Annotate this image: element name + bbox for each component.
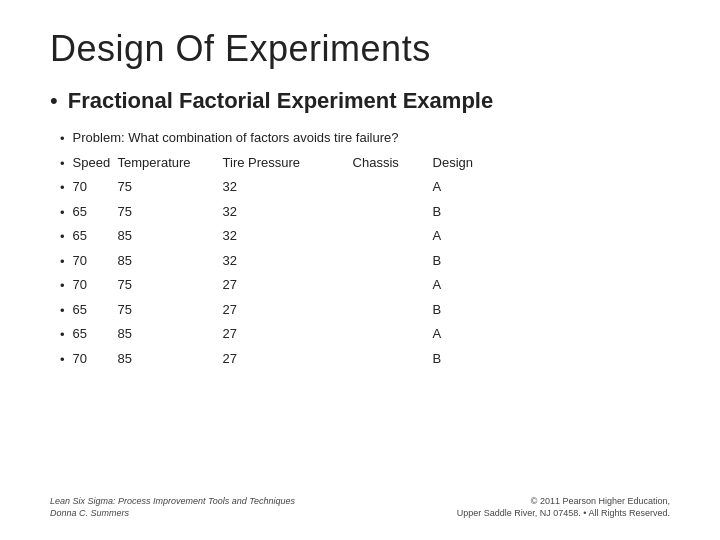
col-header-design: Design [433, 153, 493, 173]
cell-chassis [353, 324, 433, 344]
row-content: 65 85 32 A [73, 226, 493, 246]
subtitle-bullet: • [50, 90, 58, 112]
cell-chassis [353, 202, 433, 222]
row-bullet: • [60, 227, 65, 247]
cell-design: A [433, 226, 493, 246]
header-bullet: • [60, 154, 65, 174]
content-area: • Problem: What combination of factors a… [50, 128, 670, 487]
col-header-speed: Speed [73, 153, 118, 173]
cell-design: B [433, 300, 493, 320]
col-header-chassis: Chassis [353, 153, 433, 173]
row-content: 65 75 32 B [73, 202, 493, 222]
cell-design: A [433, 324, 493, 344]
cell-temp: 75 [118, 300, 223, 320]
cell-temp: 85 [118, 324, 223, 344]
cell-chassis [353, 349, 433, 369]
cell-tire: 32 [223, 251, 353, 271]
footer-right: © 2011 Pearson Higher Education, Upper S… [457, 495, 670, 520]
row-content: 70 75 27 A [73, 275, 493, 295]
cell-temp: 85 [118, 251, 223, 271]
cell-speed: 70 [73, 349, 118, 369]
cell-tire: 32 [223, 226, 353, 246]
row-bullet: • [60, 252, 65, 272]
row-bullet: • [60, 350, 65, 370]
row-bullet: • [60, 325, 65, 345]
table-row: • 65 75 27 B [60, 300, 670, 321]
cell-tire: 27 [223, 275, 353, 295]
problem-bullet: • [60, 129, 65, 149]
cell-design: A [433, 275, 493, 295]
row-content: 70 85 32 B [73, 251, 493, 271]
cell-design: B [433, 251, 493, 271]
cell-chassis [353, 251, 433, 271]
cell-temp: 85 [118, 349, 223, 369]
row-content: 65 75 27 B [73, 300, 493, 320]
col-header-tire-pressure: Tire Pressure [223, 153, 353, 173]
row-bullet: • [60, 203, 65, 223]
cell-tire: 27 [223, 324, 353, 344]
page-title: Design Of Experiments [50, 28, 670, 70]
table-row: • 70 85 32 B [60, 251, 670, 272]
row-content: 65 85 27 A [73, 324, 493, 344]
table-row: • 70 75 32 A [60, 177, 670, 198]
footer-left: Lean Six Sigma: Process Improvement Tool… [50, 495, 295, 520]
cell-speed: 65 [73, 324, 118, 344]
cell-speed: 65 [73, 202, 118, 222]
cell-tire: 32 [223, 177, 353, 197]
cell-tire: 27 [223, 300, 353, 320]
cell-temp: 85 [118, 226, 223, 246]
table-row: • 65 85 27 A [60, 324, 670, 345]
table-row: • 65 75 32 B [60, 202, 670, 223]
footer-right-line1: © 2011 Pearson Higher Education, [457, 495, 670, 508]
row-bullet: • [60, 301, 65, 321]
cell-temp: 75 [118, 275, 223, 295]
table-row: • 65 85 32 A [60, 226, 670, 247]
problem-item: • Problem: What combination of factors a… [60, 128, 670, 149]
cell-tire: 27 [223, 349, 353, 369]
cell-chassis [353, 226, 433, 246]
problem-text: Problem: What combination of factors avo… [73, 128, 399, 148]
footer: Lean Six Sigma: Process Improvement Tool… [50, 487, 670, 520]
header-content: Speed Temperature Tire Pressure Chassis … [73, 153, 493, 173]
cell-temp: 75 [118, 177, 223, 197]
cell-design: B [433, 202, 493, 222]
row-content: 70 75 32 A [73, 177, 493, 197]
cell-chassis [353, 300, 433, 320]
cell-tire: 32 [223, 202, 353, 222]
table-row: • 70 85 27 B [60, 349, 670, 370]
cell-chassis [353, 177, 433, 197]
row-content: 70 85 27 B [73, 349, 493, 369]
cell-speed: 70 [73, 275, 118, 295]
page-container: Design Of Experiments • Fractional Facto… [0, 0, 720, 540]
footer-left-line1: Lean Six Sigma: Process Improvement Tool… [50, 495, 295, 508]
subtitle-text: Fractional Factorial Experiment Example [68, 88, 493, 114]
subtitle-row: • Fractional Factorial Experiment Exampl… [50, 88, 670, 114]
cell-design: B [433, 349, 493, 369]
cell-chassis [353, 275, 433, 295]
table-row: • 70 75 27 A [60, 275, 670, 296]
cell-speed: 65 [73, 300, 118, 320]
cell-speed: 70 [73, 177, 118, 197]
row-bullet: • [60, 276, 65, 296]
cell-speed: 65 [73, 226, 118, 246]
col-header-temperature: Temperature [118, 153, 223, 173]
cell-design: A [433, 177, 493, 197]
footer-right-line2: Upper Saddle River, NJ 07458. • All Righ… [457, 507, 670, 520]
cell-speed: 70 [73, 251, 118, 271]
header-row: • Speed Temperature Tire Pressure Chassi… [60, 153, 670, 174]
data-rows-container: • 70 75 32 A • 65 75 32 B • 65 85 32 [60, 177, 670, 369]
footer-left-line2: Donna C. Summers [50, 507, 295, 520]
row-bullet: • [60, 178, 65, 198]
cell-temp: 75 [118, 202, 223, 222]
